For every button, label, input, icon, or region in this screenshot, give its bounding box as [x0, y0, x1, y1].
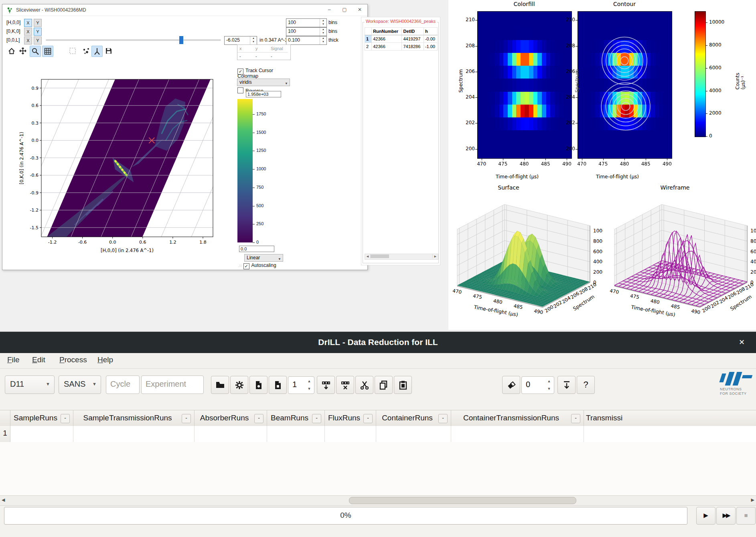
slice-slider-handle[interactable]	[179, 36, 183, 44]
home-tool-button[interactable]	[6, 46, 17, 56]
row-header[interactable]: 1	[0, 426, 10, 442]
cell-AbsorberRuns[interactable]	[194, 426, 267, 442]
colorbar-max-input[interactable]: 1.958e+03	[246, 91, 281, 97]
column-collapse-button[interactable]: -	[363, 414, 373, 423]
spin-arrows-icon[interactable]: ▲▼	[320, 28, 326, 36]
cell-BeamRuns[interactable]	[267, 426, 325, 442]
fill-button[interactable]	[557, 376, 576, 394]
grid-tool-button[interactable]	[42, 46, 53, 57]
colormap-select[interactable]: viridis▼	[237, 79, 290, 86]
peaks-col-header[interactable]: RunNumber	[372, 28, 402, 35]
drill-table-row1[interactable]: 1	[0, 426, 756, 442]
sliceviewer-titlebar[interactable]: Sliceviewer - WISH00042366MD – ▢ ✕	[2, 4, 367, 16]
detid-cell[interactable]: 7418286	[402, 43, 424, 50]
maximize-button[interactable]: ▢	[337, 4, 352, 15]
spin-arrows-icon[interactable]: ▲▼	[306, 378, 312, 393]
runnumber-cell[interactable]: 42366	[372, 43, 402, 50]
scatter-tool-button[interactable]	[81, 46, 91, 56]
reverse-checkbox[interactable]	[237, 87, 243, 93]
erase-button[interactable]	[502, 376, 520, 394]
spin-arrows-icon[interactable]: ▲▼	[546, 378, 552, 393]
visible-rows-spin[interactable]: 1▲▼	[288, 376, 314, 394]
cell-SampleRuns[interactable]	[10, 426, 73, 442]
col-header-SampleRuns[interactable]: SampleRuns-	[10, 410, 73, 426]
runnumber-cell[interactable]: 42366	[372, 35, 402, 43]
insert-row-button[interactable]	[317, 376, 335, 394]
drill-hscroll-thumb[interactable]	[349, 497, 576, 504]
detid-cell[interactable]: 4419297	[402, 35, 424, 43]
col-header-ContainerTransmissionRuns[interactable]: ContainerTransmissionRuns-	[451, 410, 584, 426]
peaks-col-header[interactable]: DetID	[402, 28, 424, 35]
cut-button[interactable]	[355, 376, 373, 394]
h-cell[interactable]: -0.00	[424, 35, 437, 43]
cell-FluxRuns[interactable]	[324, 426, 376, 442]
menu-edit[interactable]: Edit	[32, 355, 45, 364]
autoscale-checkbox[interactable]: ✓	[243, 263, 249, 269]
column-collapse-button[interactable]: -	[254, 414, 263, 423]
instrument-select[interactable]: D11▼	[5, 375, 55, 394]
spin-arrows-icon[interactable]: ▲▼	[250, 36, 257, 44]
drill-table-viewport[interactable]	[0, 442, 756, 495]
peaks-col-header[interactable]	[365, 28, 372, 35]
bins-spinbox[interactable]: 100▲▼	[286, 27, 327, 36]
process-all-button[interactable]: ▶▶	[716, 507, 736, 525]
bins-spinbox[interactable]: 0.100▲▼	[286, 36, 327, 45]
y-axis-button[interactable]: Y	[34, 36, 42, 44]
peaks-hscroll-thumb[interactable]	[371, 254, 389, 258]
col-header-SampleTransmissionRuns[interactable]: SampleTransmissionRuns-	[73, 410, 195, 426]
column-collapse-button[interactable]: -	[182, 414, 191, 423]
slice-value-spinbox[interactable]: -6.025 ▲▼	[224, 36, 257, 45]
h-cell[interactable]: -1.00	[424, 43, 437, 50]
stop-button[interactable]: ■	[736, 507, 756, 525]
cell-Transmissi[interactable]	[584, 426, 756, 442]
cell-ContainerRuns[interactable]	[376, 426, 451, 442]
column-collapse-button[interactable]: -	[571, 414, 580, 423]
scale-select[interactable]: Linear▼	[244, 254, 283, 262]
save-file-button[interactable]	[249, 376, 268, 394]
scroll-left-icon[interactable]: ◀	[365, 254, 371, 258]
menu-process[interactable]: Process	[59, 355, 87, 364]
col-header-FluxRuns[interactable]: FluxRuns-	[324, 410, 376, 426]
col-header-ContainerRuns[interactable]: ContainerRuns-	[376, 410, 451, 426]
row-number[interactable]: 2	[365, 43, 372, 50]
slice-plot[interactable]: -1.2-0.60.00.61.21.80.90.60.30.0-0.3-0.6…	[18, 75, 237, 267]
process-selected-button[interactable]: ▶	[696, 507, 715, 525]
cycle-input[interactable]: Cycle	[106, 375, 140, 394]
cell-ContainerTransmissionRuns[interactable]	[451, 426, 584, 442]
col-header-BeamRuns[interactable]: BeamRuns-	[267, 410, 325, 426]
y-axis-button[interactable]: Y	[34, 28, 42, 36]
pan-tool-button[interactable]	[18, 46, 28, 56]
wireframe-3d-plot[interactable]: 4704754804854902002022042062082100200040…	[606, 193, 756, 327]
save-tool-button[interactable]	[103, 46, 114, 56]
drill-titlebar[interactable]: DrILL - Data Reduction for ILL ✕	[0, 332, 756, 353]
x-axis-button[interactable]: X	[24, 28, 32, 36]
cell-SampleTransmissionRuns[interactable]	[73, 426, 195, 442]
colorbar-min-input[interactable]: 0.0	[239, 246, 274, 252]
technique-select[interactable]: SANS▼	[59, 375, 101, 394]
size-grip[interactable]: .∷	[238, 264, 243, 268]
paste-button[interactable]	[394, 376, 412, 394]
row-number[interactable]: 1	[365, 35, 372, 43]
x-axis-button[interactable]: X	[24, 19, 32, 27]
colorfill-heatmap[interactable]	[477, 11, 572, 159]
contour-heatmap[interactable]	[578, 11, 672, 159]
peaks-hscrollbar[interactable]: ◀ ▶	[365, 254, 438, 260]
open-folder-button[interactable]	[211, 376, 229, 394]
col-header-AbsorberRuns[interactable]: AbsorberRuns-	[194, 410, 267, 426]
roi-tool-button[interactable]	[67, 46, 78, 56]
scroll-right-icon[interactable]: ▶	[432, 254, 438, 258]
close-button[interactable]: ✕	[352, 4, 367, 15]
delete-row-button[interactable]	[336, 376, 354, 394]
spin-arrows-icon[interactable]: ▲▼	[320, 19, 326, 27]
menu-file[interactable]: File	[7, 355, 20, 364]
processes-spin[interactable]: 0▲▼	[521, 376, 554, 394]
bins-spinbox[interactable]: 100▲▼	[286, 18, 327, 27]
column-collapse-button[interactable]: -	[438, 414, 448, 423]
x-axis-button[interactable]: X	[24, 36, 32, 44]
peaks-table[interactable]: RunNumberDetIDh1423664419297-0.002423667…	[365, 27, 438, 50]
copy-button[interactable]	[375, 376, 393, 394]
scroll-left-icon[interactable]: ◀	[2, 497, 5, 503]
peaks-overlay-tool-button[interactable]	[91, 46, 103, 57]
help-button[interactable]: ?	[577, 376, 595, 394]
minimize-button[interactable]: –	[322, 4, 337, 15]
